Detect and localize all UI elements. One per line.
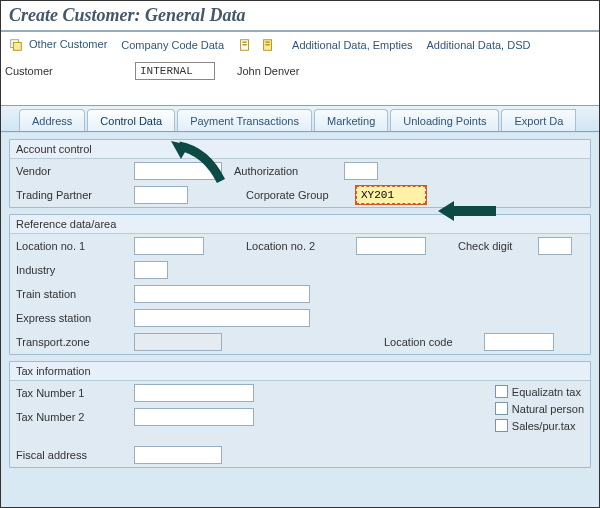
toolbar: Other Customer Company Code Data Additio… xyxy=(1,32,599,58)
tax2-field[interactable] xyxy=(134,408,254,426)
group-reference-title: Reference data/area xyxy=(10,215,590,234)
transport-zone-field[interactable] xyxy=(134,333,222,351)
location1-label: Location no. 1 xyxy=(16,240,134,252)
checkbox-icon xyxy=(495,402,508,415)
group-account-control: Account control Vendor Authorization Tra… xyxy=(9,139,591,208)
svg-rect-1 xyxy=(13,42,21,50)
customer-id-field[interactable]: INTERNAL xyxy=(135,62,215,80)
company-code-button[interactable]: Company Code Data xyxy=(121,39,224,51)
trading-partner-label: Trading Partner xyxy=(16,189,134,201)
check-digit-field[interactable] xyxy=(538,237,572,255)
train-station-field[interactable] xyxy=(134,285,310,303)
check-digit-label: Check digit xyxy=(458,240,538,252)
industry-field[interactable] xyxy=(134,261,168,279)
checkbox-icon xyxy=(495,385,508,398)
doc-icon-2[interactable] xyxy=(261,38,275,52)
tab-export[interactable]: Export Da xyxy=(501,109,576,131)
fiscal-field[interactable] xyxy=(134,446,222,464)
other-customer-label: Other Customer xyxy=(29,38,107,50)
authorization-label: Authorization xyxy=(234,165,344,177)
group-tax-title: Tax information xyxy=(10,362,590,381)
svg-rect-3 xyxy=(242,42,246,43)
customer-label: Customer xyxy=(5,65,135,77)
equalizatn-tax-checkbox[interactable]: Equalizatn tax xyxy=(495,385,584,398)
sales-pur-tax-label: Sales/pur.tax xyxy=(512,420,576,432)
tab-payment[interactable]: Payment Transactions xyxy=(177,109,312,131)
tax1-label: Tax Number 1 xyxy=(16,387,134,399)
group-account-control-title: Account control xyxy=(10,140,590,159)
trading-partner-field[interactable] xyxy=(134,186,188,204)
vendor-label: Vendor xyxy=(16,165,134,177)
group-tax: Tax information Tax Number 1 Tax Number … xyxy=(9,361,591,468)
additional-dsd-button[interactable]: Additional Data, DSD xyxy=(427,39,531,51)
group-reference: Reference data/area Location no. 1 Locat… xyxy=(9,214,591,355)
fiscal-label: Fiscal address xyxy=(16,449,134,461)
sales-pur-tax-checkbox[interactable]: Sales/pur.tax xyxy=(495,419,584,432)
other-customer-icon xyxy=(9,38,23,52)
svg-rect-4 xyxy=(242,44,246,45)
doc-icon-1[interactable] xyxy=(238,38,252,52)
location2-label: Location no. 2 xyxy=(246,240,356,252)
tab-unloading[interactable]: Unloading Points xyxy=(390,109,499,131)
location-code-label: Location code xyxy=(384,336,484,348)
tab-strip: Address Control Data Payment Transaction… xyxy=(1,106,599,132)
other-customer-button[interactable]: Other Customer xyxy=(9,38,107,52)
svg-rect-6 xyxy=(265,42,269,43)
tab-address[interactable]: Address xyxy=(19,109,85,131)
tab-marketing[interactable]: Marketing xyxy=(314,109,388,131)
train-station-label: Train station xyxy=(16,288,134,300)
natural-person-label: Natural person xyxy=(512,403,584,415)
page-title: Create Customer: General Data xyxy=(1,1,599,32)
corporate-group-field[interactable]: XY201 xyxy=(356,186,426,204)
industry-label: Industry xyxy=(16,264,134,276)
express-station-field[interactable] xyxy=(134,309,310,327)
content-area: Account control Vendor Authorization Tra… xyxy=(1,132,599,508)
transport-zone-label: Transport.zone xyxy=(16,336,134,348)
location-code-field[interactable] xyxy=(484,333,554,351)
location2-field[interactable] xyxy=(356,237,426,255)
natural-person-checkbox[interactable]: Natural person xyxy=(495,402,584,415)
authorization-field[interactable] xyxy=(344,162,378,180)
tax2-label: Tax Number 2 xyxy=(16,411,134,423)
corporate-group-label: Corporate Group xyxy=(246,189,356,201)
location1-field[interactable] xyxy=(134,237,204,255)
additional-empties-button[interactable]: Additional Data, Empties xyxy=(292,39,412,51)
svg-rect-7 xyxy=(265,44,269,45)
equalizatn-tax-label: Equalizatn tax xyxy=(512,386,581,398)
checkbox-icon xyxy=(495,419,508,432)
customer-name: John Denver xyxy=(237,65,299,77)
tax1-field[interactable] xyxy=(134,384,254,402)
vendor-field[interactable] xyxy=(134,162,222,180)
customer-row: Customer INTERNAL John Denver xyxy=(1,58,599,88)
tab-control-data[interactable]: Control Data xyxy=(87,109,175,131)
express-station-label: Express station xyxy=(16,312,134,324)
